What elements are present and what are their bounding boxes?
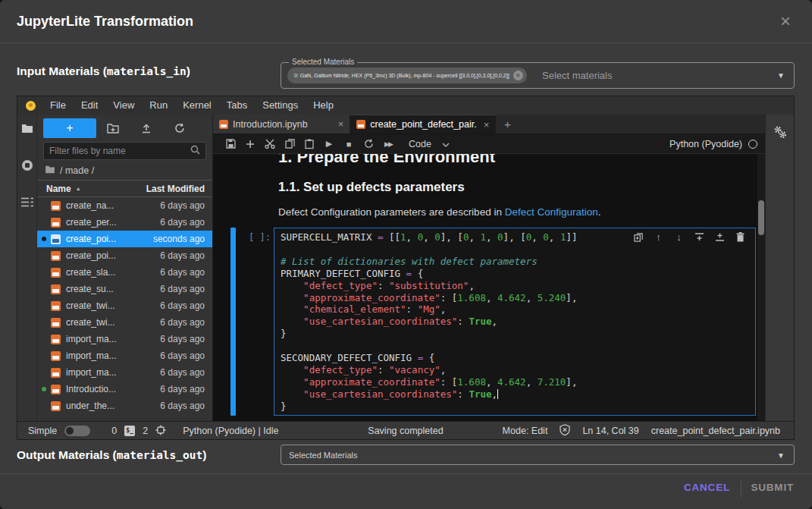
output-materials-select[interactable]: Selected Materials ▼ <box>281 445 795 465</box>
file-name[interactable]: import_ma... <box>66 367 117 378</box>
breadcrumb-path[interactable]: / made / <box>60 165 94 176</box>
file-row[interactable]: under_the...6 days ago <box>37 397 212 414</box>
menu-edit[interactable]: Edit <box>74 96 105 115</box>
upload-icon[interactable] <box>130 123 163 134</box>
column-name[interactable]: Name <box>37 184 71 194</box>
move-cell-down-icon[interactable]: ↓ <box>672 231 685 243</box>
text-cursor <box>497 389 498 399</box>
file-name[interactable]: create_poi... <box>66 250 116 261</box>
table-of-contents-icon[interactable] <box>21 197 33 207</box>
code-line: } <box>281 401 749 413</box>
interrupt-kernel-icon[interactable]: ■ <box>339 140 359 149</box>
chip-remove-icon[interactable]: × <box>513 71 523 80</box>
file-row[interactable]: create_twi...6 days ago <box>37 314 212 331</box>
tab-close-icon[interactable]: × <box>338 118 344 130</box>
cancel-button[interactable]: CANCEL <box>684 482 730 493</box>
file-name[interactable]: create_su... <box>66 284 114 294</box>
delete-cell-icon[interactable] <box>734 231 747 243</box>
file-name[interactable]: create_twi... <box>66 300 115 311</box>
file-name[interactable]: create_per... <box>66 217 117 228</box>
file-row[interactable]: create_twi...6 days ago <box>37 297 212 314</box>
dropdown-arrow-icon[interactable]: ▼ <box>777 71 785 80</box>
menu-run[interactable]: Run <box>142 96 175 115</box>
cell-type-dropdown[interactable]: Code <box>409 139 450 149</box>
code-editor[interactable]: SUPERCELL_MATRIX = [[1, 0, 0], [0, 1, 0]… <box>274 228 756 416</box>
menu-tabs[interactable]: Tabs <box>219 96 255 115</box>
notebook-scrollbar[interactable] <box>757 154 765 421</box>
file-name[interactable]: import_ma... <box>66 334 117 344</box>
kernel-idle-icon <box>748 140 757 149</box>
file-name[interactable]: create_sla... <box>66 267 115 278</box>
new-tab-icon[interactable]: + <box>496 115 519 134</box>
file-row[interactable]: import_ma...6 days ago <box>37 347 212 364</box>
run-cell-icon[interactable]: ▶ <box>319 139 339 149</box>
file-list-header[interactable]: Name ▲ Last Modified <box>37 180 212 197</box>
file-name[interactable]: create_na... <box>66 200 114 211</box>
file-row[interactable]: create_sla...6 days ago <box>37 264 212 281</box>
duplicate-cell-icon[interactable] <box>632 231 644 243</box>
file-name[interactable]: under_the... <box>66 401 114 411</box>
insert-cell-icon[interactable] <box>240 140 260 149</box>
copy-cells-icon[interactable] <box>280 139 299 149</box>
cut-cells-icon[interactable] <box>260 139 280 149</box>
menu-view[interactable]: View <box>105 96 142 115</box>
file-row[interactable]: create_su...6 days ago <box>37 281 212 297</box>
menu-file[interactable]: File <box>42 96 74 115</box>
dropdown-arrow-icon[interactable]: ▼ <box>777 451 785 460</box>
file-row[interactable]: import_ma...6 days ago <box>37 331 212 347</box>
file-browser-icon[interactable] <box>21 124 33 134</box>
code-cell[interactable]: [ ]: SUPERCELL_MATRIX = [[1, 0, 0], [0, … <box>213 228 765 416</box>
file-row[interactable]: create_na...6 days ago <box>37 197 212 214</box>
material-chip[interactable]: 0: GaN, Gallium Nitride, HEX (P6_3mc) 3D… <box>287 68 527 83</box>
filter-files-input[interactable] <box>49 146 190 156</box>
column-last-modified[interactable]: Last Modified <box>146 184 212 194</box>
file-row[interactable]: create_poi...6 days ago <box>37 247 212 264</box>
tab-introduction[interactable]: Introduction.ipynb × <box>213 115 350 134</box>
notebook-file-icon <box>51 251 61 261</box>
new-folder-icon[interactable] <box>96 124 130 134</box>
input-materials-select[interactable]: Selected Materials 0: GaN, Gallium Nitri… <box>281 62 795 89</box>
new-launcher-button[interactable]: + <box>43 118 96 138</box>
move-cell-up-icon[interactable]: ↑ <box>652 231 665 243</box>
paste-cells-icon[interactable] <box>299 139 319 149</box>
file-last-modified: 6 days ago <box>160 334 212 344</box>
trust-shield-icon[interactable] <box>560 424 570 438</box>
tab-label[interactable]: Introduction.ipynb <box>233 119 308 130</box>
output-placeholder: Selected Materials <box>289 451 358 460</box>
file-row[interactable]: create_poi...seconds ago <box>37 231 212 247</box>
insert-cell-below-icon[interactable] <box>713 231 726 243</box>
refresh-icon[interactable] <box>163 123 196 134</box>
breadcrumb[interactable]: / made / <box>37 160 212 180</box>
file-name[interactable]: Introductio... <box>66 384 116 394</box>
running-sessions-icon[interactable] <box>21 159 33 171</box>
restart-kernel-icon[interactable] <box>359 139 378 149</box>
menu-kernel[interactable]: Kernel <box>175 96 219 115</box>
scrollbar-thumb[interactable] <box>758 200 764 235</box>
file-row[interactable]: create_per...6 days ago <box>37 214 212 231</box>
cell-collapser[interactable] <box>230 228 236 416</box>
input-label-close-paren: ) <box>187 64 190 77</box>
filter-files-box[interactable] <box>43 142 206 160</box>
tab-label[interactable]: create_point_defect_pair.ip <box>370 119 475 130</box>
defect-configuration-link[interactable]: Defect Configuration <box>505 206 598 218</box>
kernel-indicator[interactable]: Python (Pyodide) <box>669 139 757 149</box>
file-name[interactable]: import_ma... <box>66 350 117 361</box>
cursor-position[interactable]: Ln 14, Col 39 <box>582 426 638 436</box>
property-inspector-gear-icon[interactable] <box>773 125 787 421</box>
file-row[interactable]: Introductio...6 days ago <box>37 381 212 397</box>
run-all-icon[interactable]: ▶▶ <box>378 140 398 148</box>
file-name[interactable]: create_twi... <box>66 317 115 328</box>
notebook-content[interactable]: 1. Prepare the Environment 1.1. Set up d… <box>213 154 765 421</box>
tab-close-icon[interactable]: × <box>484 119 490 130</box>
tab-create-point-defect-pair[interactable]: create_point_defect_pair.ip × <box>350 115 496 134</box>
menu-settings[interactable]: Settings <box>255 96 306 115</box>
insert-cell-above-icon[interactable] <box>693 231 706 243</box>
submit-button[interactable]: SUBMIT <box>751 482 794 493</box>
editor-mode[interactable]: Mode: Edit <box>503 426 548 436</box>
file-name[interactable]: create_poi... <box>66 234 116 244</box>
save-icon[interactable] <box>221 139 240 149</box>
close-icon[interactable]: × <box>780 12 791 30</box>
file-last-modified: 6 days ago <box>160 300 212 311</box>
file-row[interactable]: import_ma...6 days ago <box>37 364 212 381</box>
menu-help[interactable]: Help <box>306 96 341 115</box>
